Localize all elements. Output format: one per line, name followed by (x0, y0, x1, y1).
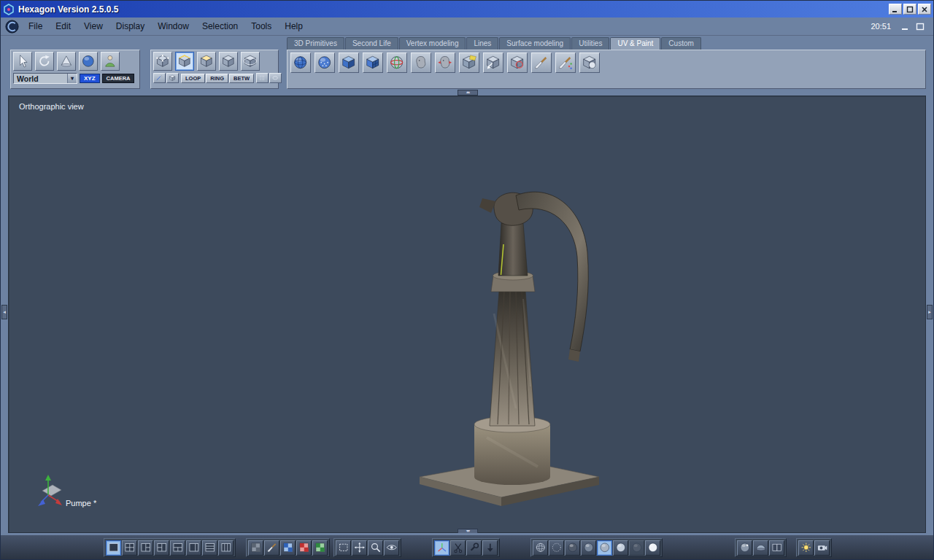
render-quality-icon[interactable] (737, 540, 752, 556)
layout-single-icon[interactable] (106, 540, 121, 556)
pose-tool-icon[interactable] (101, 52, 120, 71)
uv-checker-red-icon[interactable] (296, 540, 312, 556)
paint-head-icon[interactable] (411, 52, 431, 73)
uv-checker-blue-icon[interactable] (280, 540, 296, 556)
menu-view[interactable]: View (77, 19, 109, 34)
wireframe-display-icon[interactable] (533, 540, 548, 556)
tab-uv-paint[interactable]: UV & Paint (610, 37, 660, 50)
layout-left-split-icon[interactable] (154, 540, 169, 556)
manipulator-icon[interactable] (434, 540, 449, 556)
grow-selection-icon[interactable] (256, 73, 269, 83)
minimize-button[interactable] (889, 4, 902, 15)
left-panel-handle[interactable]: ◂ (1, 305, 7, 319)
viewport-minimize-button[interactable] (901, 23, 910, 31)
tab-3d-primitives[interactable]: 3D Primitives (287, 37, 344, 50)
textured-display-icon[interactable] (613, 540, 628, 556)
workspace-tabs: 3D PrimitivesSecond LifeVertex modelingL… (287, 37, 702, 50)
split-view-icon[interactable] (769, 540, 784, 556)
camera-view-icon[interactable] (814, 540, 830, 556)
bake-texture-icon[interactable] (579, 52, 600, 73)
stitch-uv-icon[interactable] (466, 540, 482, 556)
world-dropdown[interactable]: World ▾ (13, 73, 77, 84)
dock-panel-icon[interactable] (482, 540, 498, 556)
select-tool-icon[interactable] (13, 52, 32, 71)
menu-help[interactable]: Help (278, 19, 309, 34)
texture-grid-icon[interactable] (248, 540, 263, 556)
spherical-projection-icon[interactable] (314, 52, 335, 73)
rotate-tool-icon[interactable] (35, 52, 54, 71)
pan-view-icon[interactable] (352, 540, 367, 556)
lighting-icon[interactable] (798, 540, 814, 556)
menu-selection[interactable]: Selection (196, 19, 244, 34)
toolbar-collapse-handle[interactable]: ▴▴ (458, 90, 478, 96)
right-panel-handle[interactable]: ▸ (927, 305, 933, 319)
pump-model-object[interactable] (406, 168, 625, 518)
environment-dome-icon[interactable] (753, 540, 768, 556)
cut-uv-icon[interactable] (450, 540, 466, 556)
layout-side-icon[interactable] (186, 540, 201, 556)
object-name-label: Pumpe * (66, 499, 96, 508)
pin-uv-icon[interactable] (507, 52, 528, 73)
camera-button[interactable]: CAMERA (102, 74, 135, 83)
layout-right-split-icon[interactable] (138, 540, 153, 556)
select-faces-mode-icon[interactable] (197, 52, 216, 71)
ring-button[interactable]: RING (206, 74, 228, 83)
menu-edit[interactable]: Edit (49, 19, 77, 34)
viewport-maximize-button[interactable] (916, 23, 925, 31)
zoom-view-icon[interactable] (368, 540, 383, 556)
tab-surface-modeling[interactable]: Surface modeling (499, 37, 571, 50)
soft-select-tool-icon[interactable] (79, 52, 98, 71)
paint-mode-icon[interactable] (264, 540, 279, 556)
unfold-plane-icon[interactable] (459, 52, 479, 73)
visibility-icon[interactable] (384, 540, 399, 556)
paint-brush-icon[interactable] (531, 52, 552, 73)
points-display-icon[interactable] (549, 540, 564, 556)
cubic-unfold-icon[interactable] (339, 52, 359, 73)
airbrush-icon[interactable] (555, 52, 576, 73)
menu-display[interactable]: Display (109, 19, 151, 34)
select-objects-mode-icon[interactable] (219, 52, 238, 71)
layout-columns-icon[interactable] (218, 540, 234, 556)
marquee-select-icon[interactable] (336, 540, 351, 556)
select-auto-mode-icon[interactable] (241, 52, 260, 71)
application-window: Hexagon Version 2.5.0.5 FileEditViewDisp… (0, 0, 934, 560)
tab-custom[interactable]: Custom (661, 37, 700, 50)
select-points-mode-icon[interactable] (153, 52, 172, 71)
viewport-3d[interactable]: Orthographic view (8, 96, 926, 533)
project-uv-icon[interactable] (483, 52, 503, 73)
shader-ball-icon[interactable] (387, 52, 407, 73)
dropdown-arrow-icon[interactable]: ▾ (67, 74, 77, 83)
hexagon-logo-icon (5, 20, 19, 34)
smooth-display-icon[interactable] (597, 540, 612, 556)
title-bar[interactable]: Hexagon Version 2.5.0.5 (1, 1, 933, 18)
hidden-line-display-icon[interactable] (565, 540, 580, 556)
menu-file[interactable]: File (22, 19, 49, 34)
tab-vertex-modeling[interactable]: Vertex modeling (399, 37, 466, 50)
between-button[interactable]: BETW (229, 74, 254, 83)
scale-tool-icon[interactable] (57, 52, 76, 71)
transparent-display-icon[interactable] (629, 540, 644, 556)
selection-post-icons (256, 73, 282, 83)
loop-selection-icon[interactable] (269, 73, 282, 83)
layout-bottom-split-icon[interactable] (170, 540, 185, 556)
maximize-button[interactable] (903, 4, 916, 15)
tab-utilities[interactable]: Utilities (571, 37, 609, 50)
menu-tools[interactable]: Tools (244, 19, 278, 34)
xyz-button[interactable]: XYZ (80, 74, 100, 83)
layout-rows-icon[interactable] (202, 540, 217, 556)
uv-checker-green-icon[interactable] (312, 540, 328, 556)
tab-second-life[interactable]: Second Life (345, 37, 398, 50)
spherical-unfold-icon[interactable] (290, 52, 311, 73)
layout-quad-icon[interactable] (122, 540, 137, 556)
displacement-head-icon[interactable] (435, 52, 455, 73)
select-edges-mode-icon[interactable] (175, 52, 194, 71)
edge-pen-icon[interactable] (153, 73, 166, 83)
flat-display-icon[interactable] (581, 540, 596, 556)
cubic-projection-icon[interactable] (363, 52, 383, 73)
material-display-icon[interactable] (645, 540, 660, 556)
mini-cube-icon[interactable] (166, 73, 179, 83)
menu-window[interactable]: Window (151, 19, 196, 34)
tab-lines[interactable]: Lines (466, 37, 498, 50)
close-button[interactable] (918, 4, 931, 15)
loop-button[interactable]: LOOP (181, 74, 205, 83)
